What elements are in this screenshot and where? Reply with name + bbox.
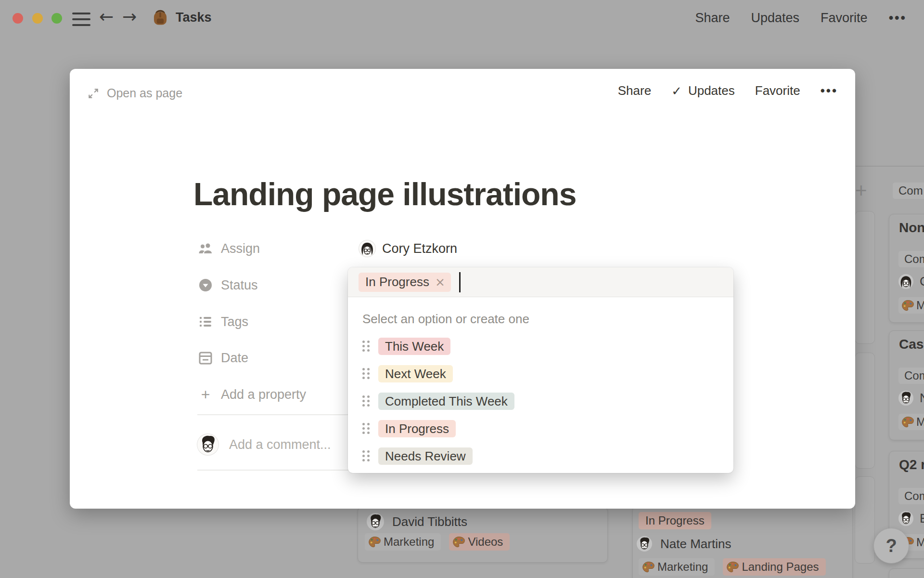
card-tag-label: Videos (468, 535, 503, 549)
card-status-tag: Com (898, 368, 924, 384)
card-assignee: N (898, 391, 924, 406)
board-card (889, 568, 924, 578)
card-status-tag: Com (898, 251, 924, 267)
check-icon: ✓ (671, 84, 682, 98)
plus-icon: + (197, 386, 214, 404)
property-label: Assign (221, 241, 260, 256)
option-this-week[interactable]: This Week (348, 332, 733, 360)
modal-favorite-button[interactable]: Favorite (755, 83, 800, 98)
card-tag: Marketing (365, 533, 441, 551)
open-as-page-label: Open as page (107, 86, 182, 100)
drag-handle-icon[interactable] (362, 450, 370, 461)
window-minimize-button[interactable] (32, 13, 43, 24)
avatar (197, 434, 218, 455)
option-pill: Next Week (378, 365, 453, 382)
add-property-button[interactable]: + Add a property (197, 385, 306, 404)
modal-updates-button[interactable]: ✓ Updates (671, 83, 735, 98)
card-tag: M (898, 414, 924, 430)
option-pill: Completed This Week (378, 393, 514, 410)
property-label: Tags (221, 315, 248, 329)
card-title: Non (899, 220, 924, 236)
text-cursor (459, 272, 461, 292)
breadcrumb-title: Tasks (176, 10, 212, 25)
option-next-week[interactable]: Next Week (348, 360, 733, 387)
dropdown-options: This Week Next Week Completed This Week … (348, 332, 733, 470)
card-tag-label: M (916, 415, 924, 429)
sidebar-toggle-button[interactable] (72, 13, 90, 26)
card-tag-label: M (916, 299, 924, 312)
topbar-updates-button[interactable]: Updates (751, 11, 800, 26)
modal-share-button[interactable]: Share (618, 83, 651, 98)
property-label: Status (221, 278, 258, 293)
page-title[interactable]: Landing page illustrations (193, 176, 576, 212)
status-icon (197, 277, 214, 293)
card-assignee-name: N (920, 391, 924, 406)
topbar-more-button[interactable]: ••• (889, 11, 907, 26)
assign-value[interactable]: Cory Etzkorn (359, 239, 457, 258)
topbar-favorite-button[interactable]: Favorite (821, 11, 868, 26)
window-zoom-button[interactable] (51, 13, 62, 24)
card-tag-label: Marketing (657, 560, 708, 574)
notion-window: ← → Tasks Share Updates Favorite ••• + C… (0, 0, 924, 578)
topbar-share-button[interactable]: Share (695, 11, 730, 26)
add-column-icon: + (855, 179, 867, 202)
card-assignee-name: E (920, 511, 924, 526)
avatar (359, 240, 375, 257)
drag-handle-icon[interactable] (362, 395, 370, 407)
comment-placeholder: Add a comment... (229, 437, 331, 452)
board-card-partial (855, 211, 875, 344)
breadcrumb[interactable]: Tasks (151, 8, 212, 27)
board-card: Non Com C M (889, 214, 924, 323)
card-tag-label: M (916, 536, 924, 549)
help-button: ? (873, 528, 909, 564)
palette-icon (452, 536, 465, 549)
backpack-icon (151, 8, 169, 27)
palette-icon (901, 299, 914, 312)
selected-status-tag[interactable]: In Progress × (359, 273, 451, 292)
status-dropdown: In Progress × Select an option or create… (348, 267, 733, 473)
status-tag-input[interactable]: In Progress × (348, 267, 733, 297)
option-in-progress[interactable]: In Progress (348, 415, 733, 442)
card-status-label: In Progress (645, 514, 705, 527)
drag-handle-icon[interactable] (362, 341, 370, 352)
open-as-page-button[interactable]: Open as page (87, 86, 182, 100)
card-tag: Videos (449, 533, 510, 551)
list-icon (197, 314, 214, 330)
card-tag: M (898, 297, 924, 314)
board-card-partial (855, 476, 875, 564)
avatar (898, 511, 913, 526)
card-title: Cas (899, 337, 924, 352)
avatar (898, 274, 913, 289)
forward-button[interactable]: → (122, 7, 137, 26)
option-completed-this-week[interactable]: Completed This Week (348, 387, 733, 415)
option-pill: In Progress (378, 420, 456, 437)
modal-actions: Share ✓ Updates Favorite ••• (618, 83, 838, 98)
drag-handle-icon[interactable] (362, 423, 370, 434)
selected-status-label: In Progress (365, 275, 429, 289)
board-divider-line (856, 166, 924, 167)
modal-more-button[interactable]: ••• (821, 83, 838, 98)
avatar (637, 536, 652, 552)
card-status-tag: Com (898, 488, 924, 504)
comment-input[interactable]: Add a comment... (197, 434, 331, 455)
property-row-date[interactable]: Date (197, 348, 248, 368)
expand-icon (87, 87, 100, 100)
drag-handle-icon[interactable] (362, 368, 370, 379)
add-property-label: Add a property (221, 387, 306, 402)
card-tag-label: Marketing (384, 535, 434, 549)
card-tags: Marketing Videos (365, 533, 510, 551)
option-needs-review[interactable]: Needs Review (348, 442, 733, 470)
dropdown-hint: Select an option or create one (362, 312, 529, 327)
board-card: Cas Com N M (889, 330, 924, 440)
property-row-assign[interactable]: Assign (197, 239, 260, 258)
back-button[interactable]: ← (99, 7, 114, 26)
window-close-button[interactable] (13, 13, 23, 24)
option-pill: Needs Review (378, 447, 473, 465)
palette-icon (368, 536, 381, 549)
property-row-tags[interactable]: Tags (197, 312, 248, 331)
property-row-status[interactable]: Status (197, 276, 258, 295)
card-tag: Marketing (639, 558, 715, 576)
card-title: Q2 r (899, 457, 924, 473)
people-icon (197, 240, 214, 257)
remove-tag-icon[interactable]: × (435, 275, 445, 289)
